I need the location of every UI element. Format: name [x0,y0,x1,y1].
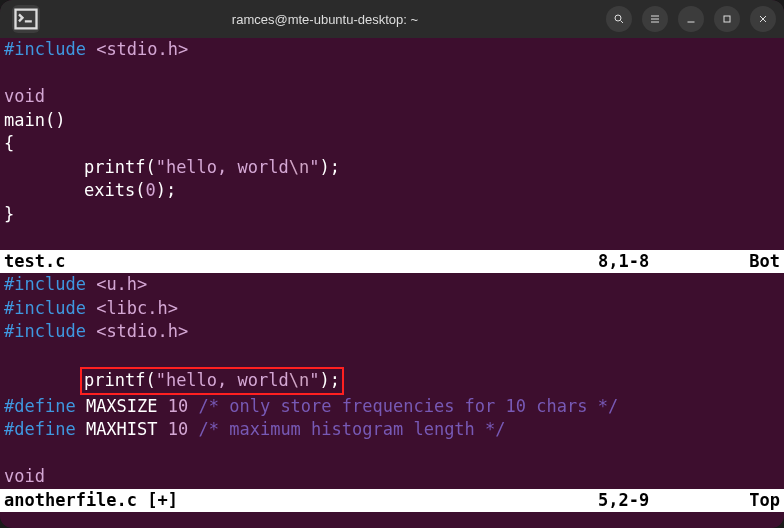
command-line[interactable] [0,512,784,520]
minimize-button[interactable] [678,6,704,32]
search-icon [613,13,625,25]
pane-bottom[interactable]: #include <u.h> #include <libc.h> #includ… [0,273,784,489]
statusbar-top: test.c 8,1-8 Bot [0,250,784,274]
brace-close: } [4,204,14,224]
filename: anotherfile.c [+] [4,489,178,513]
scroll-indicator: Bot [749,250,780,274]
scroll-indicator: Top [749,489,780,513]
keyword-void: void [4,466,45,486]
minimize-icon [685,13,697,25]
terminal-window: ramces@mte-ubuntu-desktop: ~ #include <s… [0,0,784,528]
keyword-void: void [4,86,45,106]
brace-open: { [4,133,14,153]
terminal-icon [12,5,40,33]
maximize-button[interactable] [714,6,740,32]
preproc: #include [4,39,86,59]
close-button[interactable] [750,6,776,32]
window-title: ramces@mte-ubuntu-desktop: ~ [44,12,606,27]
cursor-position: 5,2-9 [598,489,649,513]
search-button[interactable] [606,6,632,32]
highlighted-yank: printf("hello, world\n"); [80,367,344,395]
svg-point-0 [615,15,621,21]
vim-editor[interactable]: #include <stdio.h> void main() { printf(… [0,38,784,528]
filename: test.c [4,250,65,274]
titlebar: ramces@mte-ubuntu-desktop: ~ [0,0,784,38]
menu-button[interactable] [642,6,668,32]
pane-top[interactable]: #include <stdio.h> void main() { printf(… [0,38,784,250]
cursor-position: 8,1-8 [598,250,649,274]
call-exits: exits( [84,180,145,200]
header: <stdio.h> [96,39,188,59]
new-tab-button[interactable] [12,5,40,33]
fn-main: main() [4,110,65,130]
maximize-icon [721,13,733,25]
call-printf: printf( [84,157,156,177]
statusbar-bottom: anotherfile.c [+] 5,2-9 Top [0,489,784,513]
close-icon [757,13,769,25]
svg-rect-1 [724,16,730,22]
hamburger-icon [649,13,661,25]
